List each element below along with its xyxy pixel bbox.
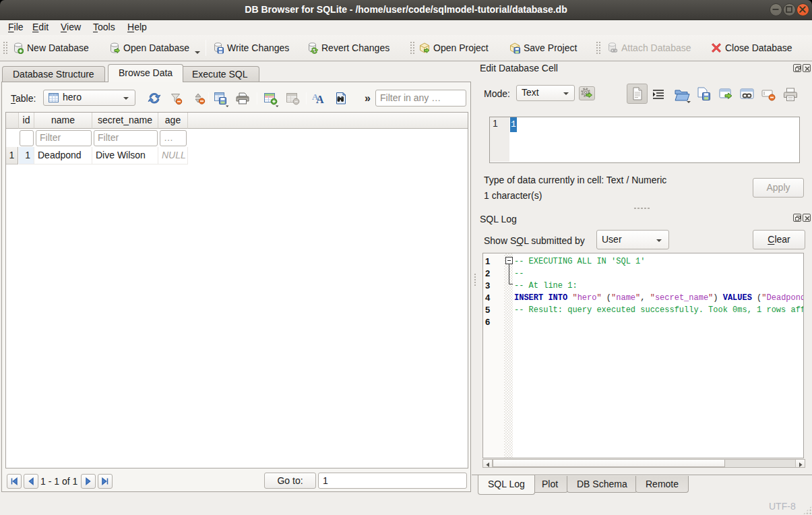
svg-text:A: A	[316, 94, 324, 105]
